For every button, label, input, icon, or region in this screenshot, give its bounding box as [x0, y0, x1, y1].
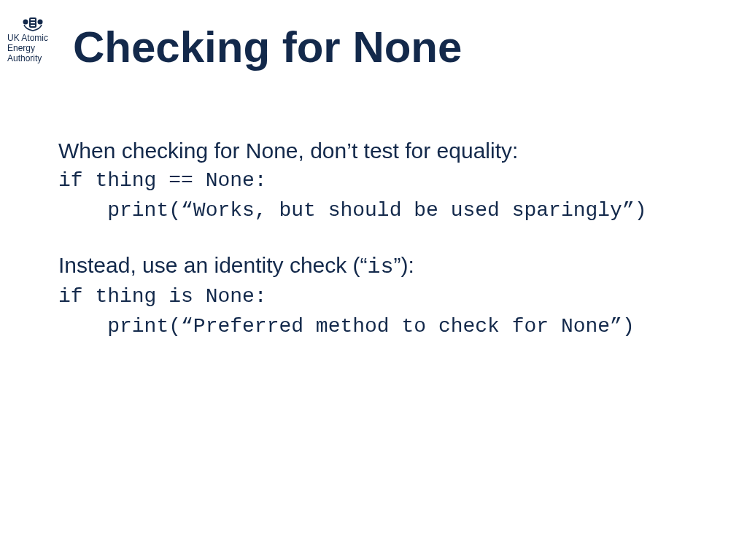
slide-content: When checking for None, don’t test for e… [58, 139, 703, 341]
paragraph-2-pre: Instead, use an identity check (“ [58, 253, 368, 277]
slide: UK Atomic Energy Authority Checking for … [0, 0, 747, 560]
logo-text-line1: UK Atomic [7, 34, 58, 44]
svg-point-1 [38, 20, 43, 25]
paragraph-2-code: is [368, 254, 394, 279]
logo-text-line2: Energy [7, 44, 58, 54]
code-block-2-line-1: if thing is None: [58, 282, 703, 312]
paragraph-2-post: ”): [394, 253, 414, 277]
paragraph-2: Instead, use an identity check (“is”): [58, 253, 703, 279]
logo-text-line3: Authority [7, 54, 58, 64]
paragraph-1: When checking for None, don’t test for e… [58, 139, 703, 163]
organisation-logo: UK Atomic Energy Authority [7, 15, 58, 63]
svg-point-0 [23, 20, 28, 25]
slide-title: Checking for None [73, 22, 462, 72]
code-block-2-line-2: print(“Preferred method to check for Non… [58, 312, 703, 342]
code-block-1-line-2: print(“Works, but should be used sparing… [58, 196, 703, 226]
crest-icon [20, 15, 46, 32]
spacer [58, 225, 703, 253]
code-block-1-line-1: if thing == None: [58, 166, 703, 196]
